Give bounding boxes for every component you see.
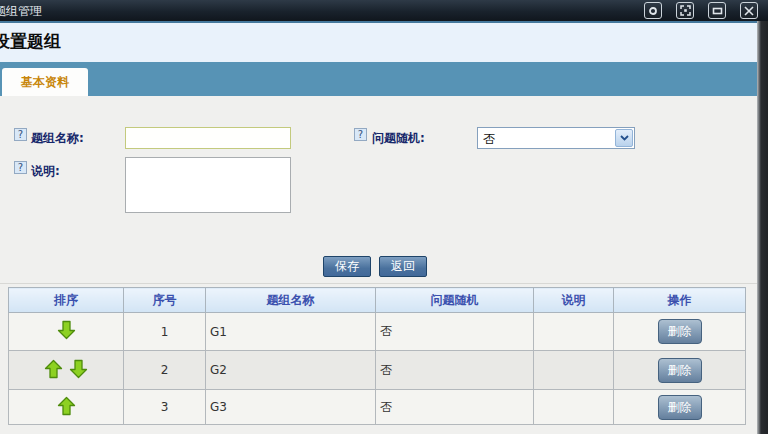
save-button[interactable]: 保存 [323, 256, 371, 277]
heading-area: 设置题组 [0, 23, 757, 62]
close-icon[interactable] [740, 2, 758, 19]
section-divider [0, 283, 757, 284]
random-cell: 否 [376, 351, 534, 390]
col-header-seq: 序号 [124, 288, 206, 313]
description-label: 说明: [31, 163, 60, 180]
group-name-label: 题组名称: [31, 130, 84, 147]
tab-bar: 基本资料 [0, 62, 757, 96]
random-select-value: 否 [483, 131, 495, 148]
chevron-down-icon[interactable] [615, 129, 633, 147]
table-row: 1 G1 否 删除 [9, 313, 746, 351]
help-icon[interactable]: ? [14, 161, 27, 174]
move-up-button[interactable] [44, 359, 63, 382]
col-header-desc: 说明 [534, 288, 614, 313]
restore-icon[interactable] [708, 2, 726, 19]
window-title: 题组管理 [0, 3, 42, 20]
group-table: 排序 序号 题组名称 问题随机 说明 操作 1 G1 否 删除 [8, 287, 746, 425]
table-row: 3 G3 否 删除 [9, 390, 746, 425]
page-title: 设置题组 [0, 23, 757, 53]
sort-cell [9, 313, 124, 351]
seq-cell: 3 [124, 390, 206, 425]
seq-cell: 2 [124, 351, 206, 390]
col-header-random: 问题随机 [376, 288, 534, 313]
desc-cell [534, 390, 614, 425]
random-select[interactable]: 否 [477, 127, 635, 149]
action-cell: 删除 [614, 313, 746, 351]
random-cell: 否 [376, 390, 534, 425]
move-down-button[interactable] [69, 359, 88, 382]
delete-button[interactable]: 删除 [658, 395, 702, 420]
random-cell: 否 [376, 313, 534, 351]
move-down-button[interactable] [57, 320, 76, 343]
col-header-action: 操作 [614, 288, 746, 313]
capture-icon[interactable] [644, 2, 662, 19]
move-up-button[interactable] [57, 396, 76, 419]
group-name-input[interactable] [125, 127, 291, 149]
name-cell: G3 [206, 390, 376, 425]
col-header-sort: 排序 [9, 288, 124, 313]
action-cell: 删除 [614, 351, 746, 390]
seq-cell: 1 [124, 313, 206, 351]
window: 题组管理 设置题组 基本资料 ? 题组名称: [0, 0, 768, 434]
desc-cell [534, 351, 614, 390]
window-titlebar: 题组管理 [0, 0, 768, 21]
col-header-name: 题组名称 [206, 288, 376, 313]
name-cell: G2 [206, 351, 376, 390]
desc-cell [534, 313, 614, 351]
delete-button[interactable]: 删除 [658, 358, 702, 383]
sort-cell [9, 351, 124, 390]
delete-button[interactable]: 删除 [658, 319, 702, 344]
help-icon[interactable]: ? [354, 128, 367, 141]
help-icon[interactable]: ? [14, 128, 27, 141]
fullscreen-icon[interactable] [676, 2, 694, 19]
back-button[interactable]: 返回 [379, 256, 427, 277]
action-cell: 删除 [614, 390, 746, 425]
random-label: 问题随机: [372, 130, 425, 147]
window-right-edge [757, 21, 768, 434]
sort-cell [9, 390, 124, 425]
description-textarea[interactable] [125, 157, 291, 213]
window-controls [644, 2, 758, 19]
tab-basic-info[interactable]: 基本资料 [2, 68, 88, 96]
table-row: 2 G2 否 删除 [9, 351, 746, 390]
name-cell: G1 [206, 313, 376, 351]
table-header-row: 排序 序号 题组名称 问题随机 说明 操作 [9, 288, 746, 313]
